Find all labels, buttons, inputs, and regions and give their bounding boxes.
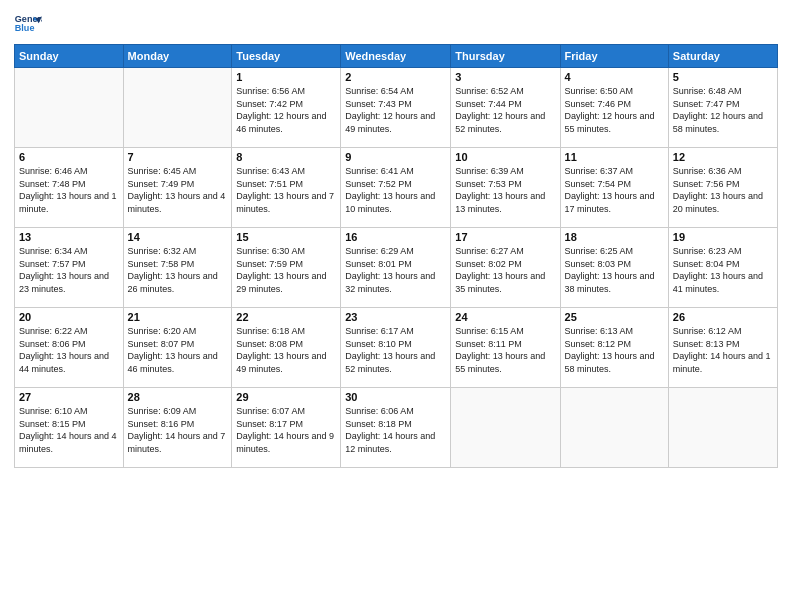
calendar-day: 25Sunrise: 6:13 AM Sunset: 8:12 PM Dayli… xyxy=(560,308,668,388)
day-info: Sunrise: 6:50 AM Sunset: 7:46 PM Dayligh… xyxy=(565,85,664,135)
day-number: 23 xyxy=(345,311,446,323)
day-number: 10 xyxy=(455,151,555,163)
header-wednesday: Wednesday xyxy=(341,45,451,68)
calendar-week-1: 6Sunrise: 6:46 AM Sunset: 7:48 PM Daylig… xyxy=(15,148,778,228)
calendar-day: 12Sunrise: 6:36 AM Sunset: 7:56 PM Dayli… xyxy=(668,148,777,228)
day-number: 11 xyxy=(565,151,664,163)
day-number: 28 xyxy=(128,391,228,403)
header-friday: Friday xyxy=(560,45,668,68)
day-info: Sunrise: 6:29 AM Sunset: 8:01 PM Dayligh… xyxy=(345,245,446,295)
calendar-week-0: 1Sunrise: 6:56 AM Sunset: 7:42 PM Daylig… xyxy=(15,68,778,148)
day-number: 25 xyxy=(565,311,664,323)
day-info: Sunrise: 6:37 AM Sunset: 7:54 PM Dayligh… xyxy=(565,165,664,215)
calendar-day: 13Sunrise: 6:34 AM Sunset: 7:57 PM Dayli… xyxy=(15,228,124,308)
logo: General Blue xyxy=(14,10,48,38)
calendar-day: 18Sunrise: 6:25 AM Sunset: 8:03 PM Dayli… xyxy=(560,228,668,308)
day-number: 29 xyxy=(236,391,336,403)
day-info: Sunrise: 6:09 AM Sunset: 8:16 PM Dayligh… xyxy=(128,405,228,455)
day-info: Sunrise: 6:13 AM Sunset: 8:12 PM Dayligh… xyxy=(565,325,664,375)
day-number: 16 xyxy=(345,231,446,243)
header-sunday: Sunday xyxy=(15,45,124,68)
calendar-table: Sunday Monday Tuesday Wednesday Thursday… xyxy=(14,44,778,468)
day-info: Sunrise: 6:46 AM Sunset: 7:48 PM Dayligh… xyxy=(19,165,119,215)
day-number: 19 xyxy=(673,231,773,243)
day-info: Sunrise: 6:23 AM Sunset: 8:04 PM Dayligh… xyxy=(673,245,773,295)
day-number: 7 xyxy=(128,151,228,163)
day-number: 24 xyxy=(455,311,555,323)
calendar-week-3: 20Sunrise: 6:22 AM Sunset: 8:06 PM Dayli… xyxy=(15,308,778,388)
day-info: Sunrise: 6:22 AM Sunset: 8:06 PM Dayligh… xyxy=(19,325,119,375)
day-info: Sunrise: 6:39 AM Sunset: 7:53 PM Dayligh… xyxy=(455,165,555,215)
calendar-day: 26Sunrise: 6:12 AM Sunset: 8:13 PM Dayli… xyxy=(668,308,777,388)
calendar-day: 19Sunrise: 6:23 AM Sunset: 8:04 PM Dayli… xyxy=(668,228,777,308)
calendar-day xyxy=(560,388,668,468)
day-info: Sunrise: 6:36 AM Sunset: 7:56 PM Dayligh… xyxy=(673,165,773,215)
calendar-day: 3Sunrise: 6:52 AM Sunset: 7:44 PM Daylig… xyxy=(451,68,560,148)
header-monday: Monday xyxy=(123,45,232,68)
day-number: 3 xyxy=(455,71,555,83)
day-info: Sunrise: 6:17 AM Sunset: 8:10 PM Dayligh… xyxy=(345,325,446,375)
header-thursday: Thursday xyxy=(451,45,560,68)
day-info: Sunrise: 6:54 AM Sunset: 7:43 PM Dayligh… xyxy=(345,85,446,135)
calendar-day: 8Sunrise: 6:43 AM Sunset: 7:51 PM Daylig… xyxy=(232,148,341,228)
day-info: Sunrise: 6:06 AM Sunset: 8:18 PM Dayligh… xyxy=(345,405,446,455)
day-info: Sunrise: 6:18 AM Sunset: 8:08 PM Dayligh… xyxy=(236,325,336,375)
calendar-day xyxy=(451,388,560,468)
day-info: Sunrise: 6:43 AM Sunset: 7:51 PM Dayligh… xyxy=(236,165,336,215)
day-number: 26 xyxy=(673,311,773,323)
day-number: 5 xyxy=(673,71,773,83)
day-number: 1 xyxy=(236,71,336,83)
calendar-day: 28Sunrise: 6:09 AM Sunset: 8:16 PM Dayli… xyxy=(123,388,232,468)
calendar-day: 23Sunrise: 6:17 AM Sunset: 8:10 PM Dayli… xyxy=(341,308,451,388)
day-info: Sunrise: 6:20 AM Sunset: 8:07 PM Dayligh… xyxy=(128,325,228,375)
calendar-week-4: 27Sunrise: 6:10 AM Sunset: 8:15 PM Dayli… xyxy=(15,388,778,468)
logo-icon: General Blue xyxy=(14,10,42,38)
calendar-day: 20Sunrise: 6:22 AM Sunset: 8:06 PM Dayli… xyxy=(15,308,124,388)
day-info: Sunrise: 6:12 AM Sunset: 8:13 PM Dayligh… xyxy=(673,325,773,375)
calendar-day: 1Sunrise: 6:56 AM Sunset: 7:42 PM Daylig… xyxy=(232,68,341,148)
day-number: 14 xyxy=(128,231,228,243)
day-number: 2 xyxy=(345,71,446,83)
svg-text:Blue: Blue xyxy=(15,23,35,33)
day-info: Sunrise: 6:56 AM Sunset: 7:42 PM Dayligh… xyxy=(236,85,336,135)
day-number: 6 xyxy=(19,151,119,163)
calendar-day: 4Sunrise: 6:50 AM Sunset: 7:46 PM Daylig… xyxy=(560,68,668,148)
calendar-day: 29Sunrise: 6:07 AM Sunset: 8:17 PM Dayli… xyxy=(232,388,341,468)
calendar-day: 15Sunrise: 6:30 AM Sunset: 7:59 PM Dayli… xyxy=(232,228,341,308)
day-info: Sunrise: 6:30 AM Sunset: 7:59 PM Dayligh… xyxy=(236,245,336,295)
calendar-day: 14Sunrise: 6:32 AM Sunset: 7:58 PM Dayli… xyxy=(123,228,232,308)
calendar-day: 21Sunrise: 6:20 AM Sunset: 8:07 PM Dayli… xyxy=(123,308,232,388)
calendar-day: 22Sunrise: 6:18 AM Sunset: 8:08 PM Dayli… xyxy=(232,308,341,388)
day-number: 22 xyxy=(236,311,336,323)
day-info: Sunrise: 6:25 AM Sunset: 8:03 PM Dayligh… xyxy=(565,245,664,295)
header: General Blue xyxy=(14,10,778,38)
days-header-row: Sunday Monday Tuesday Wednesday Thursday… xyxy=(15,45,778,68)
calendar-day xyxy=(668,388,777,468)
day-info: Sunrise: 6:27 AM Sunset: 8:02 PM Dayligh… xyxy=(455,245,555,295)
day-number: 12 xyxy=(673,151,773,163)
calendar-body: 1Sunrise: 6:56 AM Sunset: 7:42 PM Daylig… xyxy=(15,68,778,468)
calendar-day: 16Sunrise: 6:29 AM Sunset: 8:01 PM Dayli… xyxy=(341,228,451,308)
calendar-day xyxy=(123,68,232,148)
calendar-header: Sunday Monday Tuesday Wednesday Thursday… xyxy=(15,45,778,68)
day-number: 21 xyxy=(128,311,228,323)
day-number: 8 xyxy=(236,151,336,163)
calendar-day: 11Sunrise: 6:37 AM Sunset: 7:54 PM Dayli… xyxy=(560,148,668,228)
day-info: Sunrise: 6:07 AM Sunset: 8:17 PM Dayligh… xyxy=(236,405,336,455)
day-info: Sunrise: 6:34 AM Sunset: 7:57 PM Dayligh… xyxy=(19,245,119,295)
calendar-week-2: 13Sunrise: 6:34 AM Sunset: 7:57 PM Dayli… xyxy=(15,228,778,308)
page: General Blue Sunday Monday Tuesday Wedne… xyxy=(0,0,792,612)
calendar-day: 2Sunrise: 6:54 AM Sunset: 7:43 PM Daylig… xyxy=(341,68,451,148)
calendar-day: 6Sunrise: 6:46 AM Sunset: 7:48 PM Daylig… xyxy=(15,148,124,228)
day-info: Sunrise: 6:52 AM Sunset: 7:44 PM Dayligh… xyxy=(455,85,555,135)
calendar-day: 9Sunrise: 6:41 AM Sunset: 7:52 PM Daylig… xyxy=(341,148,451,228)
day-number: 17 xyxy=(455,231,555,243)
calendar-day xyxy=(15,68,124,148)
day-number: 15 xyxy=(236,231,336,243)
day-info: Sunrise: 6:10 AM Sunset: 8:15 PM Dayligh… xyxy=(19,405,119,455)
day-number: 13 xyxy=(19,231,119,243)
calendar-day: 10Sunrise: 6:39 AM Sunset: 7:53 PM Dayli… xyxy=(451,148,560,228)
day-info: Sunrise: 6:15 AM Sunset: 8:11 PM Dayligh… xyxy=(455,325,555,375)
day-number: 4 xyxy=(565,71,664,83)
day-info: Sunrise: 6:32 AM Sunset: 7:58 PM Dayligh… xyxy=(128,245,228,295)
